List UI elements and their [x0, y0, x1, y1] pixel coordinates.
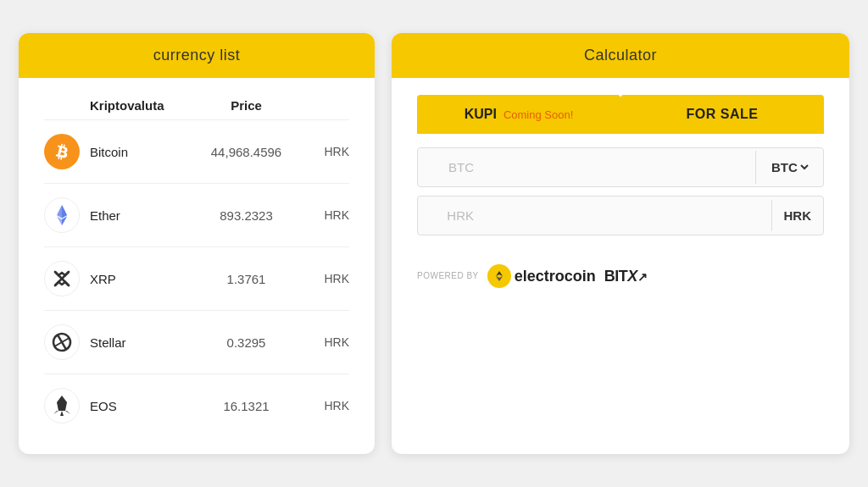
currency-price-btc: 44,968.4596	[194, 145, 298, 159]
bitx-arrow: ↗	[637, 270, 648, 284]
coming-soon-label: Coming Soon!	[504, 108, 573, 121]
calc-row-hrk: HRK HRK	[417, 196, 824, 235]
currency-row-xlm: Stellar 0.3295 HRK	[44, 311, 349, 374]
tab-kupi[interactable]: KUPI Coming Soon!	[417, 95, 620, 134]
currency-row-eth: Ether 893.2323 HRK	[44, 184, 349, 247]
table-header-row: Kriptovaluta Price	[44, 86, 349, 120]
currency-row-eos: EOS 16.1321 HRK	[44, 374, 349, 437]
eth-icon	[44, 197, 80, 233]
currency-name-eos: EOS	[90, 399, 194, 413]
currency-price-eth: 893.2323	[194, 208, 298, 223]
tab-for-sale[interactable]: FOR SALE	[620, 95, 824, 134]
for-sale-label: FOR SALE	[687, 107, 759, 121]
electrocoin-brand: electrocoin	[487, 264, 596, 288]
main-container: currency list Kriptovaluta Price	[19, 33, 849, 454]
currency-unit-btc: HRK	[298, 145, 349, 158]
currency-price-xrp: 1.3761	[194, 272, 298, 286]
currency-list-header: currency list	[19, 33, 375, 78]
btc-currency-select-container[interactable]: BTC ETH XRP	[755, 151, 823, 184]
currency-name-eth: Ether	[90, 208, 194, 223]
electrocoin-name: electrocoin	[515, 268, 596, 285]
btc-currency-select[interactable]: BTC ETH XRP	[768, 159, 811, 175]
currency-name-xrp: XRP	[90, 272, 194, 286]
currency-unit-eth: HRK	[298, 208, 349, 222]
btc-icon	[44, 134, 80, 169]
svg-marker-12	[53, 411, 58, 414]
svg-marker-13	[65, 411, 70, 414]
xlm-icon	[44, 324, 80, 360]
hrk-currency-label-container: HRK	[771, 200, 824, 231]
hrk-currency-label: HRK	[784, 208, 812, 223]
bitx-name: BIT	[604, 268, 628, 285]
currency-price-xlm: 0.3295	[194, 335, 298, 350]
electrocoin-icon	[487, 264, 511, 288]
calc-tabs: KUPI Coming Soon! FOR SALE	[417, 95, 824, 134]
currency-row-xrp: XRP 1.3761 HRK	[44, 247, 349, 311]
svg-marker-4	[62, 217, 67, 226]
currency-name-xlm: Stellar	[90, 335, 194, 350]
currency-unit-xrp: HRK	[298, 272, 349, 285]
svg-line-9	[54, 338, 69, 346]
svg-marker-11	[60, 411, 64, 416]
kriptovaluta-header: Kriptovaluta	[90, 98, 194, 113]
hrk-row-label: HRK	[418, 208, 486, 223]
currency-row-btc: Bitcoin 44,968.4596 HRK	[44, 120, 349, 184]
hrk-input[interactable]	[486, 196, 771, 235]
powered-by-label: POWERED BY	[417, 271, 479, 281]
currency-name-btc: Bitcoin	[90, 145, 194, 159]
calc-row-btc: BTC BTC ETH XRP	[417, 147, 824, 187]
currency-unit-eos: HRK	[298, 399, 349, 412]
currency-table: Kriptovaluta Price Bitcoin 44,968.4596 H…	[19, 78, 375, 454]
kupi-label: KUPI	[465, 107, 497, 122]
bitx-x: X	[627, 268, 637, 285]
calculator-body: KUPI Coming Soon! FOR SALE BTC BTC ETH X…	[392, 78, 849, 313]
calculator-card: Calculator KUPI Coming Soon! FOR SALE BT…	[392, 33, 849, 454]
xrp-icon	[44, 261, 80, 296]
bitx-brand: BITX↗	[604, 268, 648, 285]
currency-list-card: currency list Kriptovaluta Price	[19, 33, 375, 454]
price-header: Price	[194, 98, 298, 113]
currency-unit-xlm: HRK	[298, 335, 349, 349]
btc-row-label: BTC	[418, 160, 486, 174]
calculator-header: Calculator	[392, 33, 849, 78]
btc-input[interactable]	[486, 148, 755, 186]
powered-by-section: POWERED BY electrocoin BITX↗	[417, 252, 824, 288]
svg-point-14	[492, 268, 507, 284]
eos-icon	[44, 388, 80, 423]
svg-marker-2	[62, 205, 67, 219]
svg-marker-10	[57, 396, 67, 411]
currency-price-eos: 16.1321	[194, 399, 298, 413]
